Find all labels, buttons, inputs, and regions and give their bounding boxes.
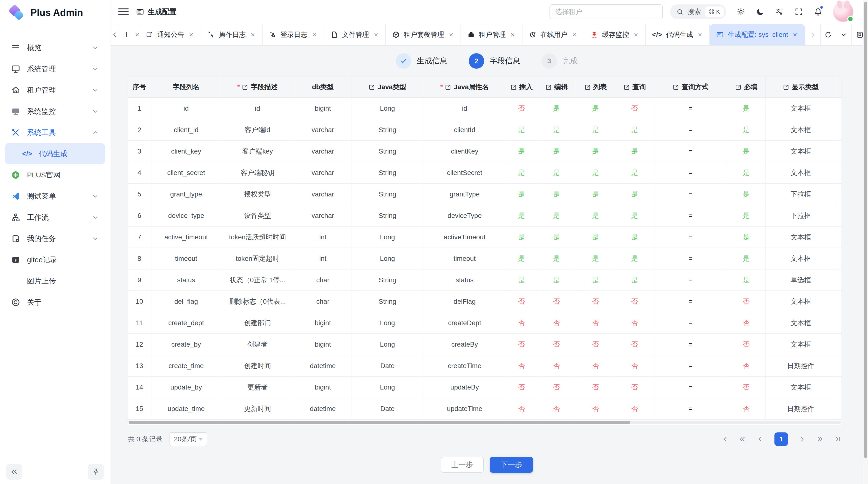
cell-query[interactable]: 否 [615, 355, 654, 377]
cell-edit[interactable]: 否 [537, 377, 576, 398]
close-tab-icon[interactable]: × [510, 31, 516, 39]
next-step-button[interactable]: 下一步 [490, 457, 533, 473]
cell-list[interactable]: 否 [576, 334, 615, 355]
cell-query[interactable]: 否 [615, 334, 654, 355]
cell-list[interactable]: 是 [576, 205, 615, 227]
cell-edit[interactable]: 否 [537, 398, 576, 420]
cell-insert[interactable]: 是 [506, 248, 537, 269]
cell-java_attr[interactable]: clientSecret [424, 162, 506, 184]
cell-required[interactable]: 是 [727, 98, 766, 119]
cell-display[interactable]: 单选框 [766, 269, 836, 291]
cell-required[interactable]: 是 [727, 205, 766, 227]
tab-tenant-package[interactable]: 租户套餐管理× [386, 24, 461, 45]
sidebar-item-system-monitor[interactable]: 系统监控 [5, 101, 105, 122]
cell-query[interactable]: 是 [615, 227, 654, 248]
sidebar-item-my-tasks[interactable]: 我的任务 [5, 228, 105, 249]
cell-required[interactable]: 是 [727, 162, 766, 184]
cell-list[interactable]: 是 [576, 119, 615, 141]
cell-required[interactable]: 否 [727, 334, 766, 355]
cell-java_type[interactable]: String [352, 184, 424, 205]
cell-java_type[interactable]: Long [352, 312, 424, 334]
cell-desc[interactable]: 更新时间 [221, 398, 294, 420]
sidebar-item-tenant-management[interactable]: 租户管理 [5, 79, 105, 101]
cell-list[interactable]: 是 [576, 184, 615, 205]
cell-list[interactable]: 是 [576, 269, 615, 291]
cell-required[interactable]: 否 [727, 398, 766, 420]
tab-code-tag[interactable]: </>代码生成× [646, 24, 710, 45]
cell-display[interactable]: 日期控件 [766, 355, 836, 377]
cell-display[interactable]: 下拉框 [766, 184, 836, 205]
cell-insert[interactable]: 是 [506, 184, 537, 205]
close-tab-icon[interactable]: × [250, 31, 256, 39]
cell-insert[interactable]: 是 [506, 269, 537, 291]
cell-query[interactable]: 否 [615, 98, 654, 119]
sidebar-item-gitee[interactable]: ¥gitee记录 [5, 249, 105, 270]
cell-display[interactable]: 文本框 [766, 227, 836, 248]
cell-java_type[interactable]: Long [352, 227, 424, 248]
cell-required[interactable]: 是 [727, 227, 766, 248]
cell-java_attr[interactable]: updateTime [424, 398, 506, 420]
cell-insert[interactable]: 是 [506, 227, 537, 248]
sidebar-item-code-generation[interactable]: </>代码生成 [5, 143, 105, 164]
cell-java_type[interactable]: Date [352, 355, 424, 377]
cell-display[interactable]: 文本框 [766, 248, 836, 269]
cell-query[interactable]: 是 [615, 248, 654, 269]
next-page-button[interactable] [799, 435, 806, 443]
cell-java_type[interactable]: Long [352, 334, 424, 355]
vertical-scrollbar-thumb[interactable] [864, 2, 867, 458]
cell-insert[interactable]: 是 [506, 162, 537, 184]
cell-query_mode[interactable]: = [654, 184, 727, 205]
cell-desc[interactable]: id [221, 98, 294, 119]
cell-query_mode[interactable]: = [654, 205, 727, 227]
cell-query_mode[interactable]: = [654, 162, 727, 184]
cell-java_type[interactable]: Long [352, 98, 424, 119]
cell-desc[interactable]: 创建部门 [221, 312, 294, 334]
cell-list[interactable]: 是 [576, 227, 615, 248]
cell-insert[interactable]: 否 [506, 355, 537, 377]
tab-notice[interactable]: 通知公告× [140, 24, 201, 45]
cell-query_mode[interactable]: = [654, 98, 727, 119]
settings-button[interactable] [734, 4, 748, 19]
cell-list[interactable]: 是 [576, 141, 615, 162]
close-tab-icon[interactable]: × [448, 31, 454, 39]
sidebar-item-system-management[interactable]: 系统管理 [5, 58, 105, 79]
tab-file-management[interactable]: 文件管理× [324, 24, 386, 45]
sidebar-item-item-11[interactable]: 图片上传 [5, 270, 105, 292]
cell-java_attr[interactable]: timeout [424, 248, 506, 269]
cell-required[interactable]: 是 [727, 184, 766, 205]
cell-query[interactable]: 是 [615, 205, 654, 227]
cell-java_attr[interactable]: createBy [424, 334, 506, 355]
close-tab-icon[interactable]: × [188, 31, 194, 39]
cell-list[interactable]: 是 [576, 248, 615, 269]
cell-display[interactable]: 文本框 [766, 162, 836, 184]
cell-java_type[interactable]: String [352, 141, 424, 162]
close-tab-icon[interactable]: × [633, 31, 639, 39]
cell-list[interactable]: 否 [576, 312, 615, 334]
cell-desc[interactable]: 设备类型 [221, 205, 294, 227]
tab-operation-log[interactable]: 操作日志× [201, 24, 263, 45]
cell-java_attr[interactable]: updateBy [424, 377, 506, 398]
tab-tenant-bag[interactable]: 租户管理× [461, 24, 523, 45]
page-size-select[interactable]: 20条/页 [169, 432, 207, 446]
cell-display[interactable]: 文本框 [766, 98, 836, 119]
cell-desc[interactable]: 更新者 [221, 377, 294, 398]
sidebar-item-system-tools[interactable]: 系统工具 [5, 122, 105, 143]
cell-query[interactable]: 否 [615, 377, 654, 398]
cell-java_type[interactable]: String [352, 291, 424, 312]
scroll-tabs-right-button[interactable] [805, 24, 820, 45]
cell-edit[interactable]: 是 [537, 98, 576, 119]
first-page-button[interactable] [721, 435, 728, 443]
cell-query_mode[interactable]: = [654, 398, 727, 420]
cell-insert[interactable]: 是 [506, 119, 537, 141]
cell-required[interactable]: 是 [727, 141, 766, 162]
collapse-sidebar-button[interactable] [6, 464, 22, 480]
cell-desc[interactable]: 客户端秘钥 [221, 162, 294, 184]
cell-query[interactable]: 是 [615, 184, 654, 205]
cell-edit[interactable]: 是 [537, 162, 576, 184]
cell-desc[interactable]: 创建者 [221, 334, 294, 355]
sidebar-item-overview[interactable]: 概览 [5, 37, 105, 58]
cell-java_attr[interactable]: createTime [424, 355, 506, 377]
cell-desc[interactable]: 状态（0正常 1停... [221, 269, 294, 291]
cell-display[interactable]: 文本框 [766, 141, 836, 162]
tab-config-card[interactable]: 生成配置: sys_client× [710, 24, 805, 45]
